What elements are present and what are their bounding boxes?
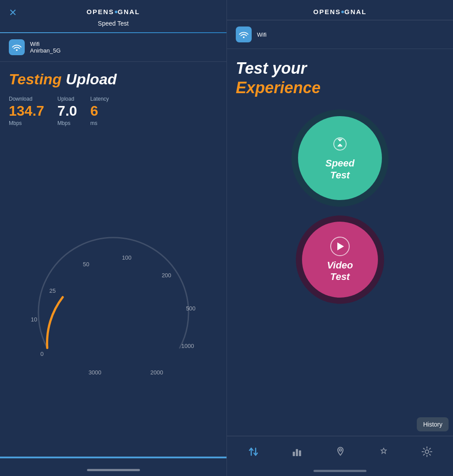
svg-rect-17 [299,450,301,456]
svg-text:500: 500 [186,305,196,312]
svg-text:3000: 3000 [88,369,101,374]
upload-stat: Upload 7.0 Mbps [57,96,77,126]
circles-area: SpeedTest VideoTest [236,110,444,425]
upload-label: Upload [57,96,77,102]
speed-test-outer-circle[interactable]: SpeedTest [291,110,389,207]
download-label: Download [9,96,44,102]
latency-label: Latency [91,96,109,102]
speed-test-label: SpeedTest [325,158,355,181]
right-panel: OPENSGNAL Wifi Test your Experience [226,0,453,476]
svg-text:2000: 2000 [150,369,163,374]
wifi-network-name: Anirban_5G [30,47,60,54]
svg-text:1000: 1000 [181,343,194,349]
svg-text:25: 25 [49,287,55,294]
svg-rect-15 [293,452,295,456]
home-indicator-left [0,467,226,476]
video-test-label: VideoTest [327,260,353,283]
nav-map-tab[interactable] [334,446,347,458]
svg-point-11 [243,37,245,38]
svg-text:50: 50 [83,261,89,268]
svg-point-19 [425,450,429,453]
gauge-container: 0 10 25 50 100 200 500 1000 2000 3000 [0,133,226,457]
latency-stat: Latency 6 ms [91,96,109,126]
close-button[interactable]: ✕ [9,7,17,19]
nav-journey-tab[interactable] [378,446,390,458]
right-wifi-row: Wifi [227,20,453,49]
speed-test-button[interactable]: SpeedTest [298,116,382,200]
svg-text:10: 10 [30,316,37,323]
play-triangle-icon [337,242,344,250]
download-unit: Mbps [9,120,44,126]
video-test-button[interactable]: VideoTest [302,222,378,298]
latency-unit: ms [91,120,109,126]
svg-text:100: 100 [122,254,132,261]
testing-title: Testing Upload [0,62,226,92]
right-wifi-icon [236,26,252,42]
history-button[interactable]: History [417,417,449,431]
left-header: ✕ OPENSGNAL [0,0,226,20]
download-value: 134.7 [9,103,44,119]
upload-value: 7.0 [57,103,77,119]
testing-prefix: Testing [9,71,62,87]
progress-bar [0,457,226,458]
svg-text:0: 0 [40,351,43,357]
play-icon-circle [330,237,350,256]
right-header: OPENSGNAL [227,0,453,20]
wifi-info: Wifi Anirban_5G [30,41,60,54]
video-test-outer-circle[interactable]: VideoTest [296,215,384,304]
speed-test-icon [331,135,349,154]
nav-stats-tab[interactable] [291,446,303,458]
svg-point-0 [16,49,18,51]
right-content: Test your Experience SpeedTest [227,49,453,436]
svg-point-18 [340,449,342,451]
upload-unit: Mbps [57,120,77,126]
headline-line1: Test your [236,60,444,77]
testing-suffix: Upload [66,71,117,87]
right-wifi-label: Wifi [257,31,267,38]
right-logo: OPENSGNAL [313,8,366,15]
left-panel: ✕ OPENSGNAL Speed Test Wifi Anirban_5G T… [0,0,226,476]
home-indicator-bar-left [87,469,140,471]
gauge-svg: 0 10 25 50 100 200 500 1000 2000 3000 [21,215,206,374]
wifi-row: Wifi Anirban_5G [0,33,226,62]
latency-value: 6 [91,103,109,119]
nav-speed-tab[interactable] [247,446,260,458]
svg-rect-16 [296,449,298,456]
headline-line2: Experience [236,79,444,97]
home-indicator-bar-right [313,470,366,472]
left-logo: OPENSGNAL [87,8,140,15]
download-stat: Download 134.7 Mbps [9,96,44,126]
svg-text:200: 200 [162,272,171,279]
wifi-icon [9,39,25,55]
wifi-type-label: Wifi [30,41,60,47]
nav-settings-tab[interactable] [421,446,433,458]
bottom-nav [227,436,453,467]
left-subtitle: Speed Test [0,20,226,32]
home-indicator-right [227,467,453,476]
stats-row: Download 134.7 Mbps Upload 7.0 Mbps Late… [0,92,226,133]
